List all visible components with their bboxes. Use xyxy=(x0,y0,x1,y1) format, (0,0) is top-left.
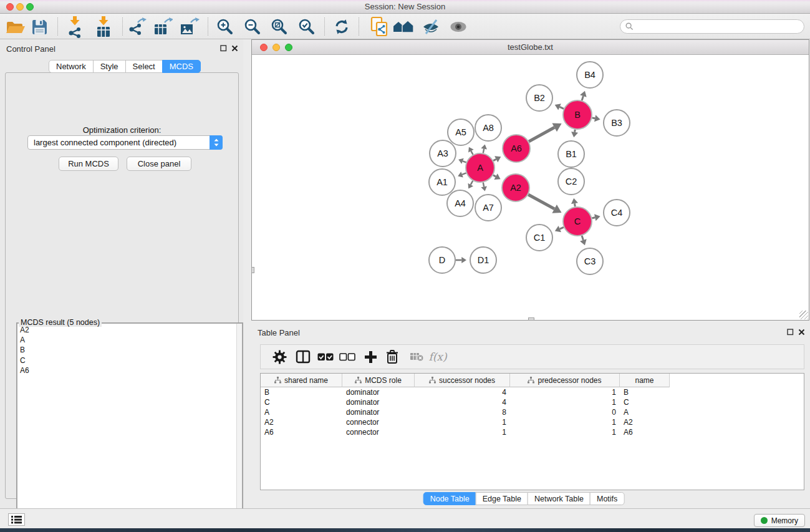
graph-node-B2[interactable]: B2 xyxy=(526,85,552,111)
graph-node-C3[interactable]: C3 xyxy=(577,248,603,274)
graph-node-B3[interactable]: B3 xyxy=(604,110,630,136)
graph-node-A2[interactable]: A2 xyxy=(502,174,529,201)
graph-node-B1[interactable]: B1 xyxy=(558,141,584,167)
mcds-result-item[interactable]: B xyxy=(17,345,242,355)
column-header-predecessor-nodes[interactable]: predecessor nodes xyxy=(510,374,620,387)
table-row[interactable]: A2connector11A2 xyxy=(261,417,804,427)
import-network-icon[interactable] xyxy=(63,15,87,39)
graph-node-A5[interactable]: A5 xyxy=(448,119,474,145)
tab-mcds[interactable]: MCDS xyxy=(162,60,201,73)
graph-edge-A-A3[interactable] xyxy=(463,161,466,162)
open-session-icon[interactable] xyxy=(3,15,27,39)
memory-button[interactable]: Memory xyxy=(754,514,805,527)
splitter-handle[interactable] xyxy=(251,267,254,273)
graph-edge-B-B4[interactable] xyxy=(582,96,583,100)
export-network-icon[interactable] xyxy=(125,15,148,39)
zoom-fit-icon[interactable] xyxy=(268,15,291,39)
mcds-result-item[interactable]: A6 xyxy=(17,365,242,375)
delete-table-icon[interactable] xyxy=(405,345,428,369)
table-row[interactable]: Adominator80A xyxy=(261,407,804,417)
graph-edge-A-A8[interactable] xyxy=(483,149,484,153)
splitter-handle[interactable] xyxy=(528,317,534,321)
zoom-selected-icon[interactable] xyxy=(295,15,319,39)
resize-grip[interactable] xyxy=(799,311,808,319)
split-panel-icon[interactable] xyxy=(292,345,314,369)
close-panel-icon[interactable] xyxy=(798,329,805,336)
copy-network-icon[interactable] xyxy=(367,15,391,39)
tab-node-table[interactable]: Node Table xyxy=(423,492,476,505)
graph-edge-A-A4[interactable] xyxy=(471,181,473,185)
graph-edge-A-A1[interactable] xyxy=(462,173,466,174)
graph-edge-A-A2[interactable] xyxy=(493,175,496,177)
graph-edge-C-C3[interactable] xyxy=(582,236,583,240)
graph-node-B[interactable]: B xyxy=(563,100,592,129)
import-table-icon[interactable] xyxy=(92,15,115,39)
graph-node-A1[interactable]: A1 xyxy=(429,169,455,195)
graph-node-C4[interactable]: C4 xyxy=(604,200,630,226)
save-session-icon[interactable] xyxy=(27,15,51,39)
hide-selected-icon[interactable] xyxy=(419,15,443,39)
graph-node-D[interactable]: D xyxy=(429,247,455,273)
tab-network[interactable]: Network xyxy=(49,60,94,73)
graph-edge-C-C2[interactable] xyxy=(574,203,575,206)
float-panel-icon[interactable] xyxy=(787,329,794,336)
search-field[interactable] xyxy=(620,19,804,34)
function-builder-icon[interactable]: f(x) xyxy=(427,345,449,369)
graph-node-A4[interactable]: A4 xyxy=(447,190,473,216)
graph-node-B4[interactable]: B4 xyxy=(577,62,603,88)
search-input[interactable] xyxy=(637,22,799,31)
close-panel-icon[interactable] xyxy=(231,45,238,52)
task-history-button[interactable] xyxy=(8,513,25,526)
home-views-icon[interactable] xyxy=(392,15,415,39)
graph-edge-A2-C[interactable] xyxy=(528,195,554,209)
graph-edge-A-A5[interactable] xyxy=(471,151,473,155)
export-image-icon[interactable] xyxy=(178,15,201,39)
graph-edge-B-B2[interactable] xyxy=(560,107,564,109)
tab-motifs[interactable]: Motifs xyxy=(590,492,624,505)
zoom-out-icon[interactable] xyxy=(241,15,264,39)
result-scrollbar[interactable] xyxy=(236,324,242,526)
graph-node-A6[interactable]: A6 xyxy=(503,135,530,162)
refresh-layout-icon[interactable] xyxy=(330,15,354,39)
column-header-shared-name[interactable]: shared name xyxy=(261,374,342,387)
select-all-icon[interactable] xyxy=(314,345,337,369)
column-header-successor-nodes[interactable]: successor nodes xyxy=(415,374,510,387)
graph-edge-C-C1[interactable] xyxy=(560,227,564,229)
network-window-titlebar[interactable]: testGlobe.txt xyxy=(252,40,809,55)
zoom-in-icon[interactable] xyxy=(213,15,237,39)
graph-node-C1[interactable]: C1 xyxy=(526,225,552,251)
tab-edge-table[interactable]: Edge Table xyxy=(476,492,528,505)
graph-edge-C-C4[interactable] xyxy=(592,218,595,218)
graph-node-C2[interactable]: C2 xyxy=(558,168,584,195)
graph-edge-A-A6[interactable] xyxy=(493,159,496,160)
tab-select[interactable]: Select xyxy=(125,60,163,73)
network-canvas[interactable]: AA1A2A3A4A5A6A7A8BB1B2B3B4CC1C2C3C4DD1 xyxy=(252,55,809,320)
table-row[interactable]: Bdominator41B xyxy=(261,387,804,397)
column-header-MCDS-role[interactable]: MCDS role xyxy=(342,374,415,387)
table-row[interactable]: Cdominator41C xyxy=(261,397,804,407)
table-row[interactable]: A6connector11A6 xyxy=(261,427,804,437)
run-mcds-button[interactable]: Run MCDS xyxy=(59,157,118,171)
graph-edge-A6-B[interactable] xyxy=(529,127,554,142)
mcds-result-item[interactable]: C xyxy=(17,355,242,365)
graph-node-D1[interactable]: D1 xyxy=(470,247,496,273)
float-panel-icon[interactable] xyxy=(220,45,227,52)
export-table-icon[interactable] xyxy=(151,15,175,39)
criterion-dropdown[interactable]: largest connected component (directed) xyxy=(27,135,223,150)
tab-style[interactable]: Style xyxy=(93,60,126,73)
graph-node-A[interactable]: A xyxy=(466,153,494,182)
delete-column-icon[interactable] xyxy=(381,345,403,369)
graph-edge-B-B1[interactable] xyxy=(575,130,576,132)
graph-node-C[interactable]: C xyxy=(563,207,592,236)
tab-network-table[interactable]: Network Table xyxy=(528,492,591,505)
close-panel-button[interactable]: Close panel xyxy=(127,157,191,171)
graph-edge-B-B3[interactable] xyxy=(592,118,595,118)
mcds-result-item[interactable]: A xyxy=(17,335,242,345)
table-settings-icon[interactable] xyxy=(268,345,291,369)
graph-node-A8[interactable]: A8 xyxy=(475,115,501,141)
column-header-name[interactable]: name xyxy=(620,374,670,387)
show-all-icon[interactable] xyxy=(446,15,470,39)
graph-node-A3[interactable]: A3 xyxy=(430,140,456,167)
graph-node-A7[interactable]: A7 xyxy=(475,195,501,221)
graph-edge-A-A7[interactable] xyxy=(483,183,484,187)
